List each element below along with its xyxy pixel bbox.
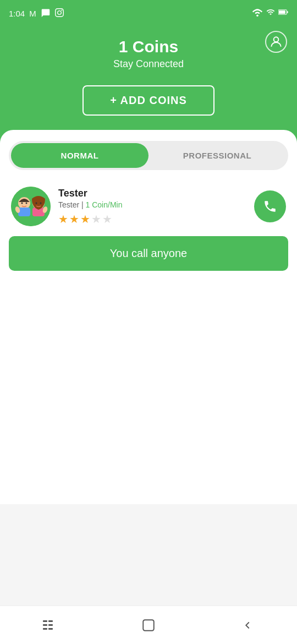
status-left: 1:04 M xyxy=(9,8,64,19)
svg-rect-21 xyxy=(143,620,154,631)
tab-normal[interactable]: NORMAL xyxy=(11,143,148,168)
star-1: ★ xyxy=(58,212,68,226)
wifi-icon xyxy=(252,8,263,19)
bottom-nav xyxy=(0,605,297,644)
svg-rect-1 xyxy=(279,10,285,14)
main-card: NORMAL PROFESSIONAL xyxy=(0,130,297,504)
chat-icon xyxy=(41,8,51,19)
call-anyone-button[interactable]: You call anyone xyxy=(9,236,288,271)
avatar xyxy=(11,187,51,226)
svg-rect-2 xyxy=(287,11,288,13)
svg-rect-19 xyxy=(48,624,53,626)
coins-count: 1 Coins xyxy=(119,37,178,56)
header-section: 1 Coins Stay Connected + ADD COINS xyxy=(0,26,297,143)
star-5: ★ xyxy=(102,212,112,226)
add-coins-label: + ADD COINS xyxy=(110,94,187,107)
user-list-item: Tester Tester | 1 Coin/Min ★ ★ ★ ★ ★ xyxy=(9,181,288,232)
battery-icon xyxy=(278,8,288,19)
nav-home-button[interactable] xyxy=(132,614,165,636)
svg-point-3 xyxy=(274,37,279,42)
star-rating: ★ ★ ★ ★ ★ xyxy=(58,212,246,226)
svg-rect-18 xyxy=(48,620,53,622)
svg-point-11 xyxy=(36,203,37,204)
svg-rect-15 xyxy=(43,620,47,622)
nav-menu-button[interactable] xyxy=(33,614,66,636)
svg-rect-6 xyxy=(18,208,30,216)
gmail-icon: M xyxy=(29,9,36,18)
user-info: Tester Tester | 1 Coin/Min ★ ★ ★ ★ ★ xyxy=(58,188,246,226)
star-2: ★ xyxy=(69,212,79,226)
stay-connected-label: Stay Connected xyxy=(113,58,184,70)
instagram-icon xyxy=(55,8,64,19)
tab-professional[interactable]: PROFESSIONAL xyxy=(148,143,286,168)
svg-point-12 xyxy=(40,203,42,204)
call-button[interactable] xyxy=(254,190,286,222)
profile-icon-button[interactable] xyxy=(265,31,287,53)
user-name: Tester xyxy=(58,188,246,199)
svg-rect-17 xyxy=(43,628,47,630)
star-3: ★ xyxy=(80,212,90,226)
tabs-container: NORMAL PROFESSIONAL xyxy=(9,141,288,170)
status-time: 1:04 xyxy=(9,9,25,18)
svg-point-8 xyxy=(26,203,28,204)
svg-rect-16 xyxy=(43,624,47,626)
nav-back-button[interactable] xyxy=(231,614,264,636)
add-coins-button[interactable]: + ADD COINS xyxy=(82,85,215,116)
svg-point-4 xyxy=(11,187,51,226)
status-icons xyxy=(252,8,288,19)
user-subtitle: Tester | 1 Coin/Min xyxy=(58,200,246,209)
signal-icon xyxy=(266,8,275,19)
star-4: ★ xyxy=(91,212,101,226)
svg-rect-20 xyxy=(48,628,53,630)
status-bar: 1:04 M xyxy=(0,0,297,26)
svg-point-7 xyxy=(21,203,23,204)
